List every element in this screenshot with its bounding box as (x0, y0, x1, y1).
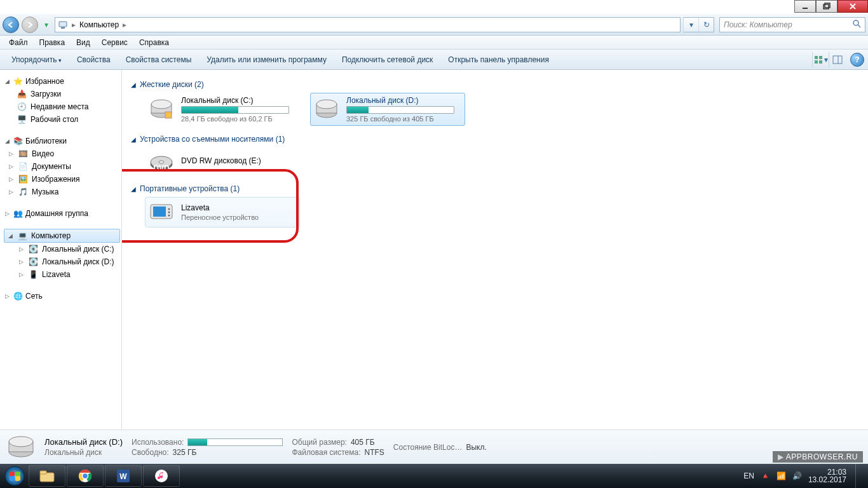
details-bitlocker-val: Выкл. (466, 443, 486, 452)
nav-computer-label: Компьютер (31, 231, 71, 240)
nav-libraries-header[interactable]: ◢📚Библиотеки (4, 135, 120, 147)
menu-file[interactable]: Файл (4, 37, 33, 48)
svg-rect-11 (815, 60, 818, 64)
help-button[interactable]: ? (850, 53, 864, 67)
nav-computer[interactable]: ◢💻Компьютер (4, 229, 120, 243)
downloads-icon: 📥 (17, 89, 27, 99)
svg-line-8 (858, 25, 860, 27)
nav-pictures[interactable]: ▷🖼️Изображения (4, 173, 120, 186)
minimize-button[interactable] (794, 0, 816, 13)
nav-forward-button[interactable] (22, 17, 38, 33)
refresh-button[interactable]: ↻ (698, 18, 714, 32)
star-icon: ⭐ (13, 76, 23, 86)
start-button[interactable] (1, 464, 28, 488)
preview-pane-button[interactable] (829, 52, 845, 67)
menu-edit[interactable]: Правка (34, 37, 71, 48)
maximize-button[interactable] (816, 0, 837, 13)
cmd-map-drive[interactable]: Подключить сетевой диск (334, 51, 440, 68)
address-bar[interactable]: ▸ Компьютер ▸ (55, 17, 681, 32)
libraries-icon: 📚 (13, 136, 23, 146)
nav-videos[interactable]: ▷🎞️Видео (4, 147, 120, 160)
section-removable-label: Устройства со съемными носителями (1) (140, 135, 285, 144)
search-placeholder: Поиск: Компьютер (724, 20, 792, 29)
nav-libraries-label: Библиотеки (25, 137, 67, 146)
taskbar-chrome[interactable] (67, 465, 104, 487)
section-hdd-label: Жесткие диски (2) (140, 80, 204, 89)
details-title: Локальный диск (D:) (44, 437, 123, 447)
drive-dvd-name: DVD RW дисковод (E:) (181, 156, 297, 165)
nav-recent-label: Недавние места (31, 102, 88, 111)
show-desktop-button[interactable] (855, 464, 863, 488)
tray-lang[interactable]: EN (743, 471, 754, 480)
menu-view[interactable]: Вид (71, 37, 95, 48)
nav-network-header[interactable]: ▷🌐Сеть (4, 290, 120, 302)
hdd-large-icon (6, 433, 36, 462)
svg-rect-27 (153, 207, 166, 217)
tray-network-icon[interactable]: 📶 (776, 471, 786, 480)
breadcrumb-sep: ▸ (72, 20, 76, 29)
nav-local-d[interactable]: ▷💽Локальный диск (D:) (4, 255, 120, 268)
pictures-icon: 🖼️ (18, 174, 28, 184)
drive-dvd[interactable]: DVD DVD RW дисковод (E:) (145, 147, 300, 175)
content-area: ◢Жесткие диски (2) Локальный диск (C:) 2… (122, 70, 868, 430)
svg-point-28 (168, 208, 170, 210)
nav-downloads[interactable]: 📥Загрузки (4, 88, 120, 100)
taskbar-explorer[interactable] (29, 465, 65, 487)
close-button[interactable] (837, 0, 868, 13)
nav-pictures-label: Изображения (32, 175, 79, 184)
nav-history-dropdown[interactable]: ▾ (41, 17, 52, 33)
view-mode-button[interactable]: ▾ (812, 52, 829, 67)
section-portable-header[interactable]: ◢Портативные устройства (1) (131, 184, 859, 193)
svg-rect-36 (40, 471, 46, 474)
drive-icon: 💽 (28, 244, 38, 254)
nav-homegroup-header[interactable]: ▷👥Домашняя группа (4, 207, 120, 220)
drive-d[interactable]: Локальный диск (D:) 325 ГБ свободно из 4… (310, 93, 465, 126)
svg-point-29 (168, 212, 170, 214)
svg-point-30 (168, 215, 170, 217)
taskbar-itunes[interactable] (143, 465, 180, 487)
nav-local-c-label: Локальный диск (C:) (42, 245, 114, 254)
section-removable-header[interactable]: ◢Устройства со съемными носителями (1) (131, 135, 859, 144)
command-bar: Упорядочить Свойства Свойства системы Уд… (0, 50, 868, 70)
nav-local-c[interactable]: ▷💽Локальный диск (C:) (4, 243, 120, 255)
taskbar-word[interactable]: W (105, 465, 142, 487)
address-dropdown[interactable]: ▾ (683, 18, 698, 32)
navigation-pane: ◢⭐Избранное 📥Загрузки 🕘Недавние места 🖥️… (0, 70, 122, 430)
nav-documents[interactable]: ▷📄Документы (4, 160, 120, 173)
tray-volume-icon[interactable]: 🔊 (792, 471, 802, 480)
nav-desktop[interactable]: 🖥️Рабочий стол (4, 113, 120, 126)
search-icon (852, 19, 861, 30)
svg-point-21 (316, 100, 337, 109)
section-portable-label: Портативные устройства (1) (140, 184, 240, 193)
details-pane: Локальный диск (D:) Локальный диск Испол… (0, 430, 868, 464)
tray-clock[interactable]: 21:03 13.02.2017 (808, 468, 846, 484)
nav-music[interactable]: ▷🎵Музыка (4, 186, 120, 198)
cmd-uninstall[interactable]: Удалить или изменить программу (199, 51, 334, 68)
menu-tools[interactable]: Сервис (97, 37, 133, 48)
nav-favorites-header[interactable]: ◢⭐Избранное (4, 75, 120, 88)
cmd-organize[interactable]: Упорядочить (4, 51, 69, 68)
section-hdd-header[interactable]: ◢Жесткие диски (2) (131, 80, 859, 89)
svg-rect-6 (61, 27, 65, 29)
details-bitlocker-label: Состояние BitLoc… (393, 443, 463, 452)
drive-c-capacity (181, 106, 289, 114)
svg-rect-1 (824, 4, 829, 9)
drive-c[interactable]: Локальный диск (C:) 28,4 ГБ свободно из … (145, 93, 300, 126)
cmd-properties[interactable]: Свойства (69, 51, 118, 68)
tray-flag-icon[interactable]: 🔺 (761, 471, 770, 480)
search-input[interactable]: Поиск: Компьютер (719, 17, 865, 32)
breadcrumb-root[interactable]: Компьютер (79, 20, 119, 29)
documents-icon: 📄 (18, 161, 28, 172)
drive-lizaveta[interactable]: Lizaveta Переносное устройство (145, 197, 300, 227)
portable-player-icon (148, 199, 175, 226)
cmd-control-panel[interactable]: Открыть панель управления (440, 51, 557, 68)
nav-lizaveta[interactable]: ▷📱Lizaveta (4, 268, 120, 281)
menu-help[interactable]: Справка (134, 37, 174, 48)
nav-back-button[interactable] (3, 17, 19, 33)
details-total-label: Общий размер: (292, 438, 346, 447)
details-capacity-bar (187, 438, 283, 446)
cmd-system-properties[interactable]: Свойства системы (118, 51, 200, 68)
desktop-icon: 🖥️ (17, 114, 27, 125)
nav-recent[interactable]: 🕘Недавние места (4, 100, 120, 113)
nav-lizaveta-label: Lizaveta (42, 270, 71, 279)
